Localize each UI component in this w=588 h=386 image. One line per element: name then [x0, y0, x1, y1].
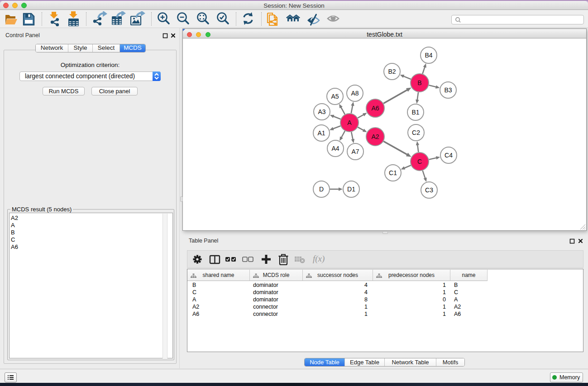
svg-text:A6: A6	[371, 105, 379, 112]
svg-text:B2: B2	[388, 68, 396, 75]
svg-text:D: D	[319, 186, 324, 193]
svg-text:C3: C3	[425, 186, 433, 194]
svg-text:B1: B1	[411, 109, 419, 116]
svg-text:C4: C4	[445, 152, 453, 159]
svg-text:B4: B4	[425, 52, 432, 59]
svg-text:B3: B3	[444, 86, 452, 94]
svg-text:B: B	[417, 79, 421, 86]
svg-text:A5: A5	[331, 93, 339, 100]
svg-text:D1: D1	[347, 186, 355, 193]
svg-text:A4: A4	[331, 145, 339, 152]
svg-text:C2: C2	[412, 129, 420, 136]
svg-text:A8: A8	[351, 90, 359, 97]
svg-text:A2: A2	[371, 133, 379, 140]
svg-text:C: C	[417, 158, 422, 165]
svg-text:A: A	[347, 119, 352, 126]
svg-text:A1: A1	[317, 129, 325, 137]
svg-text:C1: C1	[389, 169, 397, 176]
svg-text:A7: A7	[351, 148, 359, 155]
svg-text:A3: A3	[318, 108, 325, 115]
